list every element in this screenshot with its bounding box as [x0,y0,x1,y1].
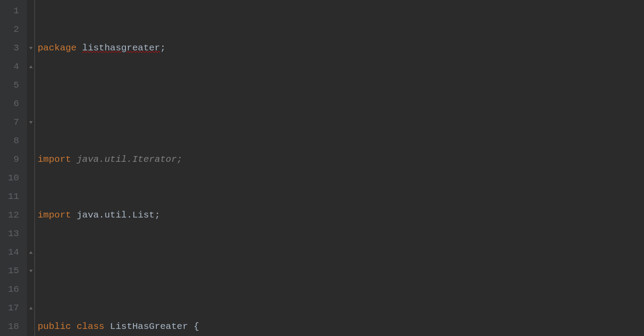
fold-column [27,0,35,336]
line-number[interactable]: 12 [8,206,19,225]
class-name: ListHasGreater [110,321,188,332]
line-number[interactable]: 14 [8,243,19,262]
line-number[interactable]: 9 [8,150,19,169]
code-line[interactable]: package listhasgreater; [38,39,644,57]
line-number[interactable]: 3 [8,39,19,57]
line-number[interactable]: 2 [8,20,19,39]
line-number[interactable]: 13 [8,225,19,243]
line-number[interactable]: 18 [8,317,19,336]
line-number[interactable]: 16 [8,280,19,299]
keyword-package: package [38,43,76,53]
line-number[interactable]: 5 [8,76,19,95]
line-number[interactable]: 17 [8,299,19,317]
fold-toggle-icon[interactable] [27,262,34,280]
line-number[interactable]: 10 [8,169,19,187]
fold-toggle-icon[interactable] [27,39,34,57]
line-number[interactable]: 15 [8,262,19,280]
code-editor[interactable]: 1 2 3 4 5 6 7 8 9 10 11 12 13 14 15 16 1… [0,0,644,336]
package-name: listhasgreater [82,43,160,53]
fold-toggle-icon[interactable] [27,113,34,132]
line-number[interactable]: 7 [8,113,19,132]
fold-toggle-icon[interactable] [27,299,34,317]
line-number[interactable]: 8 [8,132,19,150]
keyword-import: import [38,154,71,164]
code-line[interactable]: import java.util.Iterator; [38,150,644,169]
code-line[interactable] [38,262,644,280]
gutter: 1 2 3 4 5 6 7 8 9 10 11 12 13 14 15 16 1… [0,0,27,336]
import-path: java.util.Iterator [76,154,177,164]
fold-toggle-icon[interactable] [27,57,34,76]
line-number[interactable]: 1 [8,2,19,20]
line-number[interactable]: 11 [8,187,19,206]
code-line[interactable]: public class ListHasGreater { [38,317,644,336]
code-line[interactable]: import java.util.List; [38,206,644,225]
code-area[interactable]: package listhasgreater; import java.util… [35,0,644,336]
line-number[interactable]: 4 [8,57,19,76]
code-line[interactable] [38,95,644,113]
keyword-public: public [38,321,71,332]
fold-toggle-icon[interactable] [27,243,34,262]
keyword-class: class [76,321,104,332]
keyword-import: import [38,210,71,220]
line-number[interactable]: 6 [8,95,19,113]
import-path: java.util.List [76,210,154,220]
